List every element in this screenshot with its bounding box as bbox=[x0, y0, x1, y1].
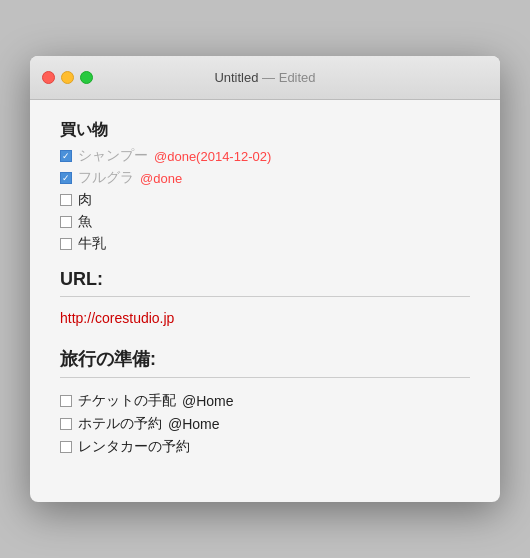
close-button[interactable] bbox=[42, 71, 55, 84]
travel-section: 旅行の準備: チケットの手配 @Home ホテルの予約 @Home レンタカーの… bbox=[60, 347, 470, 456]
done-tag: @done(2014-12-02) bbox=[154, 149, 271, 164]
checkbox[interactable] bbox=[60, 395, 72, 407]
list-item: レンタカーの予約 bbox=[60, 438, 470, 456]
url-link[interactable]: http://corestudio.jp bbox=[60, 310, 174, 326]
list-item: 肉 bbox=[60, 191, 470, 209]
list-item: 牛乳 bbox=[60, 235, 470, 253]
home-tag: @Home bbox=[182, 393, 234, 409]
window-title: Untitled — Edited bbox=[214, 70, 315, 85]
travel-list: チケットの手配 @Home ホテルの予約 @Home レンタカーの予約 bbox=[60, 392, 470, 456]
list-item: 魚 bbox=[60, 213, 470, 231]
item-text: ホテルの予約 bbox=[78, 415, 162, 433]
home-tag: @Home bbox=[168, 416, 220, 432]
item-text: シャンプー bbox=[78, 147, 148, 165]
list-item: ホテルの予約 @Home bbox=[60, 415, 470, 433]
traffic-lights bbox=[42, 71, 93, 84]
item-text: フルグラ bbox=[78, 169, 134, 187]
list-item: チケットの手配 @Home bbox=[60, 392, 470, 410]
done-tag: @done bbox=[140, 171, 182, 186]
travel-heading: 旅行の準備: bbox=[60, 347, 470, 378]
url-section: URL: http://corestudio.jp bbox=[60, 269, 470, 327]
item-text: 魚 bbox=[78, 213, 92, 231]
checkbox[interactable] bbox=[60, 150, 72, 162]
checkbox[interactable] bbox=[60, 194, 72, 206]
shopping-section: 買い物 シャンプー @done(2014-12-02) フルグラ @done 肉 bbox=[60, 120, 470, 253]
list-item: フルグラ @done bbox=[60, 169, 470, 187]
titlebar: Untitled — Edited bbox=[30, 56, 500, 100]
title-name: Untitled bbox=[214, 70, 258, 85]
edited-label: Edited bbox=[279, 70, 316, 85]
item-text: 牛乳 bbox=[78, 235, 106, 253]
minimize-button[interactable] bbox=[61, 71, 74, 84]
content-area: 買い物 シャンプー @done(2014-12-02) フルグラ @done 肉 bbox=[30, 100, 500, 502]
checkbox[interactable] bbox=[60, 238, 72, 250]
checkbox[interactable] bbox=[60, 216, 72, 228]
url-label: URL: bbox=[60, 269, 470, 297]
checkbox[interactable] bbox=[60, 172, 72, 184]
checkbox[interactable] bbox=[60, 418, 72, 430]
item-text: レンタカーの予約 bbox=[78, 438, 190, 456]
main-window: Untitled — Edited 買い物 シャンプー @done(2014-1… bbox=[30, 56, 500, 502]
checkbox[interactable] bbox=[60, 441, 72, 453]
maximize-button[interactable] bbox=[80, 71, 93, 84]
item-text: 肉 bbox=[78, 191, 92, 209]
shopping-heading: 買い物 bbox=[60, 120, 470, 141]
shopping-list: シャンプー @done(2014-12-02) フルグラ @done 肉 魚 bbox=[60, 147, 470, 253]
item-text: チケットの手配 bbox=[78, 392, 176, 410]
list-item: シャンプー @done(2014-12-02) bbox=[60, 147, 470, 165]
